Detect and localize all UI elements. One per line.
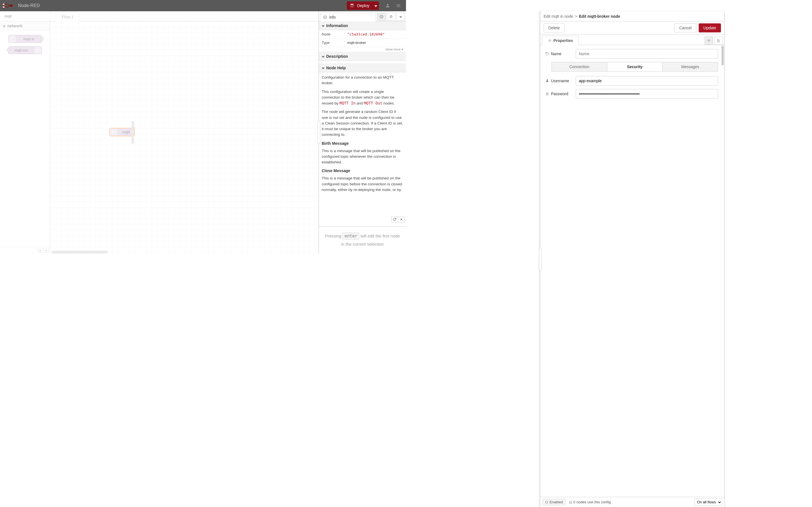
hamburger-icon bbox=[396, 3, 401, 8]
chevron-down-icon bbox=[3, 24, 6, 28]
deploy-button[interactable]: Deploy bbox=[347, 1, 372, 10]
chevron-down-icon bbox=[322, 23, 324, 28]
help-refresh-button[interactable] bbox=[391, 216, 398, 223]
help-close-button[interactable]: ✕ bbox=[398, 216, 405, 223]
help-mini-toolbar: ✕ bbox=[391, 216, 405, 223]
show-more-link[interactable]: show more ▾ bbox=[319, 47, 406, 52]
palette-expand-all-button[interactable]: ▼ bbox=[44, 248, 49, 252]
info-row-node: Node "c5a31ced.182698" bbox=[319, 30, 406, 39]
palette-search-input[interactable] bbox=[4, 14, 52, 18]
info-icon bbox=[323, 15, 327, 19]
chevron-down-icon bbox=[399, 14, 402, 19]
app-header: Node-RED Deploy bbox=[0, 0, 406, 11]
chevron-down-icon bbox=[322, 54, 324, 59]
palette-category-network[interactable]: network bbox=[0, 21, 50, 31]
mqtt-icon bbox=[110, 128, 118, 136]
palette-search: × bbox=[0, 11, 50, 21]
sidebar-tab-info-icon[interactable] bbox=[377, 13, 386, 20]
workspace: Flow 1 mqtt bbox=[50, 11, 319, 253]
main-menu[interactable] bbox=[393, 0, 404, 11]
flow-node-mqtt-in[interactable]: mqtt bbox=[109, 128, 135, 136]
palette-node-mqtt-out[interactable]: mqtt out bbox=[8, 46, 42, 54]
flow-canvas[interactable]: mqtt bbox=[50, 21, 319, 253]
app-name: Node-RED bbox=[18, 3, 40, 8]
svg-point-7 bbox=[390, 16, 392, 18]
section-information[interactable]: Information bbox=[319, 21, 406, 30]
sidebar-tip: Pressing enter will edit the first node … bbox=[319, 226, 406, 253]
deploy-menu-caret[interactable] bbox=[372, 1, 379, 10]
sidebar-tab-menu[interactable] bbox=[396, 13, 405, 20]
mqtt-icon bbox=[8, 35, 16, 43]
section-node-help[interactable]: Node Help bbox=[319, 64, 406, 72]
deploy-icon bbox=[350, 3, 355, 8]
sidebar-tabs: info bbox=[319, 11, 406, 21]
svg-point-3 bbox=[353, 4, 354, 5]
palette-footer: ▲ ▼ bbox=[0, 247, 50, 253]
chevron-down-icon bbox=[322, 66, 324, 70]
palette-collapse-all-button[interactable]: ▲ bbox=[38, 248, 43, 252]
chevron-down-icon bbox=[374, 3, 377, 8]
bug-icon bbox=[389, 15, 393, 18]
node-id-value: "c5a31ced.182698" bbox=[347, 32, 385, 36]
palette-panel: × network mqtt in mqtt out bbox=[0, 11, 50, 253]
info-row-type: Type mqtt-broker bbox=[319, 39, 406, 47]
user-icon bbox=[385, 3, 390, 8]
node-help-content: Configuration for a connection to an MQT… bbox=[319, 72, 406, 226]
info-table: Node "c5a31ced.182698" Type mqtt-broker bbox=[319, 30, 406, 47]
user-menu[interactable] bbox=[382, 0, 393, 11]
svg-point-0 bbox=[3, 3, 5, 5]
info-icon bbox=[379, 15, 384, 18]
logo: Node-RED bbox=[2, 3, 40, 8]
flow-tab[interactable]: Flow 1 bbox=[56, 12, 79, 21]
node-red-logo-icon bbox=[2, 3, 16, 8]
canvas-resize-handle[interactable] bbox=[132, 121, 134, 144]
svg-point-2 bbox=[10, 5, 13, 7]
kbd-enter: enter bbox=[343, 233, 359, 239]
mqtt-icon bbox=[34, 47, 42, 54]
palette-node-mqtt-in[interactable]: mqtt in bbox=[8, 35, 42, 43]
canvas-horizontal-scrollbar[interactable] bbox=[50, 251, 319, 253]
section-description[interactable]: Description bbox=[319, 52, 406, 61]
sidebar-tab-info[interactable]: info bbox=[320, 13, 376, 21]
refresh-icon bbox=[393, 217, 397, 221]
sidebar-tab-debug[interactable] bbox=[387, 13, 395, 20]
sidebar-panel: info Information Node "c5a31ced.182698" … bbox=[319, 11, 406, 253]
flow-tabs: Flow 1 bbox=[50, 11, 319, 21]
svg-point-1 bbox=[3, 6, 5, 8]
